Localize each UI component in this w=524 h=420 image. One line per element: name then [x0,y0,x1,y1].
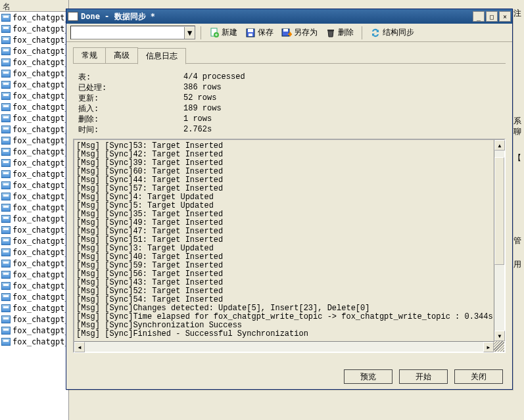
list-item[interactable]: fox_chatgpt_ [0,280,68,291]
size-grip-icon [494,341,504,352]
table-icon [1,181,11,189]
floppy-arrow-icon [281,28,292,38]
close-button[interactable]: 关闭 [454,369,503,384]
list-item[interactable]: fox_chatgpt_ [0,191,68,202]
item-label: fox_chatgpt_ [12,24,68,34]
list-item[interactable]: fox_chatgpt_ [0,302,68,314]
table-icon [1,271,11,279]
list-item[interactable]: fox_chatgpt_ [0,90,68,101]
item-label: fox_chatgpt_ [12,181,68,190]
tab-general[interactable]: 常规 [73,47,106,64]
list-item[interactable]: fox_chatgpt_ [0,202,68,213]
minimize-button[interactable]: _ [473,11,485,22]
list-item[interactable]: fox_chatgpt_ [0,34,68,45]
profile-combo[interactable]: ▼ [70,26,195,39]
list-item[interactable]: fox_chatgpt_ [0,258,68,269]
saveas-button[interactable]: 另存为 [279,26,320,39]
titlebar[interactable]: Done - 数据同步 * _ □ × [66,9,512,24]
tab-log[interactable]: 信息日志 [137,48,186,64]
tab-advanced[interactable]: 高级 [105,47,138,64]
table-icon [1,204,11,212]
list-item[interactable]: fox_chatgpt_ [0,124,68,135]
list-item[interactable]: fox_chatgpt_ [0,179,68,191]
stat-processed-label: 已处理: [78,82,183,93]
item-label: fox_chatgpt_ [12,13,68,22]
item-label: fox_chatgpt_ [12,170,68,179]
data-sync-dialog: Done - 数据同步 * _ □ × ▼ 新建 保存 另存为 删除 结构同步 [66,9,513,390]
maximize-button[interactable]: □ [486,11,498,22]
list-item[interactable]: fox_chatgpt_ [0,157,68,168]
list-item[interactable]: fox_chatgpt_ [0,57,68,68]
table-icon [1,304,11,312]
edge-text: 用 [513,259,524,270]
chevron-down-icon[interactable]: ▼ [184,27,195,39]
scroll-left-icon[interactable]: ◀ [74,342,85,352]
struct-sync-button[interactable]: 结构同步 [368,26,417,39]
stat-processed-value: 386 rows [183,82,222,93]
list-item[interactable]: fox_chatgpt_ [0,45,68,57]
list-item[interactable]: fox_chatgpt_ [0,213,68,224]
scroll-up-icon[interactable]: ▲ [494,140,505,151]
list-item[interactable]: fox_chatgpt_ [0,68,68,79]
new-button[interactable]: 新建 [206,26,240,39]
item-label: fox_chatgpt_ [12,214,68,223]
list-item[interactable]: fox_chatgpt_ [0,246,68,258]
item-label: fox_chatgpt_ [12,270,68,279]
list-item[interactable]: fox_chatgpt_ [0,23,68,34]
table-icon [1,193,11,200]
list-item[interactable]: fox_chatgpt_ [0,224,68,235]
list-item[interactable]: fox_chatgpt_ [0,135,68,146]
list-item[interactable]: fox_chatgpt_ [0,291,68,302]
list-item[interactable]: fox_chatgpt_ [0,325,68,336]
sidebar-header[interactable]: 名 [0,0,68,12]
list-item[interactable]: fox_chatgpt_ [0,314,68,325]
svg-rect-4 [249,34,252,36]
edge-text: 系 [513,116,524,127]
new-label: 新建 [222,27,237,38]
table-icon [1,47,11,55]
stats-block: 表:4/4 processed 已处理:386 rows 更新:52 rows … [78,72,506,135]
dialog-buttons: 预览 开始 关闭 [344,369,503,384]
list-item[interactable]: fox_chatgpt_ [0,168,68,179]
table-icon [1,114,11,122]
stat-time-label: 时间: [78,124,183,135]
item-label: fox_chatgpt_ [12,225,68,235]
table-icon [1,159,11,167]
scroll-down-icon[interactable]: ▼ [494,331,505,341]
scroll-right-icon[interactable]: ▶ [483,342,494,352]
stat-table-label: 表: [78,72,183,82]
horizontal-scrollbar[interactable]: ◀ ▶ [74,341,494,352]
scroll-track-h[interactable] [85,342,483,352]
table-icon [1,126,11,133]
trash-icon [325,28,336,38]
list-item[interactable]: fox_chatgpt_ [0,235,68,246]
item-label: fox_chatgpt_ [12,35,68,45]
table-icon [1,137,11,145]
list-item[interactable]: fox_chatgpt_ [0,112,68,124]
list-item[interactable]: fox_chatgpt_ [0,12,68,23]
close-window-button[interactable]: × [499,11,511,22]
list-item[interactable]: fox_chatgpt_ [0,101,68,112]
vertical-scrollbar[interactable]: ▲ ▼ [494,140,504,341]
log-text[interactable]: [Msg] [Sync]53: Target Inserted [Msg] [S… [76,141,492,340]
scroll-thumb[interactable] [494,157,504,265]
table-icon [1,14,11,22]
item-label: fox_chatgpt_ [12,281,68,291]
table-icon [1,92,11,100]
list-item[interactable]: fox_chatgpt_ [0,146,68,157]
list-item[interactable]: fox_chatgpt_ [0,336,68,347]
svg-rect-3 [248,29,253,32]
list-item[interactable]: fox_chatgpt_ [0,79,68,90]
preview-button[interactable]: 预览 [344,369,393,384]
delete-button[interactable]: 删除 [323,26,356,39]
sync-icon [370,28,381,38]
list-item[interactable]: fox_chatgpt_ [0,269,68,280]
svg-rect-7 [327,30,334,31]
start-button[interactable]: 开始 [399,369,448,384]
table-icon [1,36,11,44]
stat-updated-label: 更新: [78,93,183,103]
item-label: fox_chatgpt_ [12,69,68,78]
item-label: fox_chatgpt_ [12,47,68,56]
save-button[interactable]: 保存 [243,26,276,39]
scroll-track[interactable] [494,151,504,331]
